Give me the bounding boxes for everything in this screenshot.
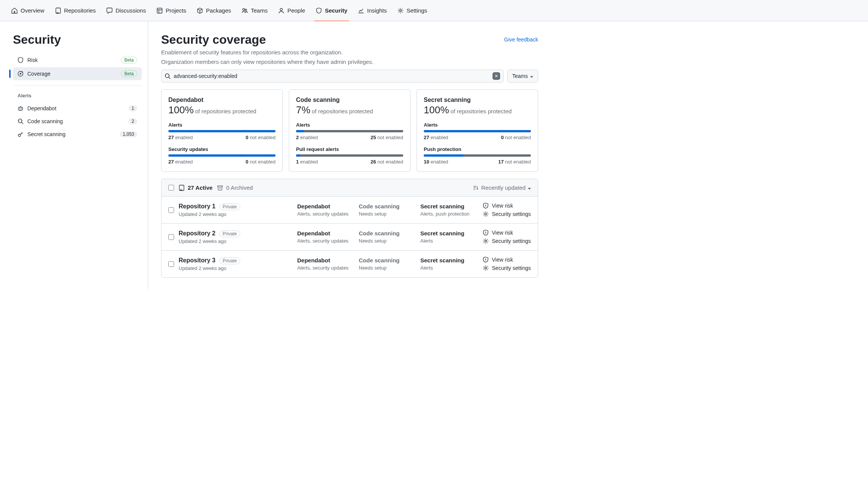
topnav-label: Teams xyxy=(251,7,268,14)
progress-bar xyxy=(424,154,531,157)
shield-icon xyxy=(316,8,322,14)
top-nav: OverviewRepositoriesDiscussionsProjectsP… xyxy=(0,0,868,21)
view-risk-link[interactable]: View risk xyxy=(483,257,531,263)
feature-sub: Alerts, push protection xyxy=(420,211,477,217)
topnav-packages[interactable]: Packages xyxy=(192,0,236,21)
col-dependabot: DependabotAlerts, security updates xyxy=(297,230,354,244)
topnav-people[interactable]: People xyxy=(274,0,310,21)
topnav-insights[interactable]: Insights xyxy=(353,0,391,21)
topnav-label: Overview xyxy=(21,7,44,14)
page-title: Security coverage xyxy=(161,33,374,47)
feature-title: Secret scanning xyxy=(420,230,477,236)
shield-alert-icon xyxy=(483,257,489,263)
topnav-discussions[interactable]: Discussions xyxy=(102,0,150,21)
col-name: Repository 1 Private Updated 2 weeks ago xyxy=(179,203,293,217)
bar-legend: 1 enabled 26 not enabled xyxy=(296,159,403,165)
clear-search-button[interactable]: ✕ xyxy=(493,72,500,80)
sidebar-item-label: Dependabot xyxy=(27,105,56,111)
col-code-scanning: Code scanningNeeds setup xyxy=(359,230,416,244)
row-actions: View risk Security settings xyxy=(483,203,531,217)
teams-filter-button[interactable]: Teams xyxy=(507,70,538,83)
progress-bar xyxy=(424,130,531,132)
count-badge: 1 xyxy=(128,105,137,111)
updated-text: Updated 2 weeks ago xyxy=(179,265,293,271)
beta-badge: Beta xyxy=(121,57,137,63)
card-percent-suffix: of repositories protected xyxy=(450,108,512,114)
card-percent: 100% xyxy=(424,104,449,116)
search-box[interactable]: ✕ xyxy=(161,70,504,83)
row-checkbox[interactable] xyxy=(168,261,174,267)
security-settings-link[interactable]: Security settings xyxy=(483,265,531,271)
topnav-security[interactable]: Security xyxy=(311,0,352,21)
col-name: Repository 3 Private Updated 2 weeks ago xyxy=(179,257,293,271)
security-settings-link[interactable]: Security settings xyxy=(483,211,531,217)
people-icon xyxy=(242,8,248,14)
topnav-label: Security xyxy=(325,7,347,14)
topnav-overview[interactable]: Overview xyxy=(7,0,49,21)
sort-label: Recently updated xyxy=(481,184,526,191)
bar-legend: 27 enabled 0 not enabled xyxy=(168,159,276,165)
sidebar-alerts-heading: Alerts xyxy=(13,91,142,102)
sort-button[interactable]: Recently updated xyxy=(473,184,531,191)
sidebar-item-risk[interactable]: RiskBeta xyxy=(13,54,142,67)
progress-bar xyxy=(168,154,276,157)
teams-filter-label: Teams xyxy=(512,73,528,79)
feature-sub: Alerts, security updates xyxy=(297,265,354,271)
row-actions: View risk Security settings xyxy=(483,257,531,271)
count-badge: 2 xyxy=(128,118,137,124)
row-checkbox[interactable] xyxy=(168,234,174,240)
topnav-projects[interactable]: Projects xyxy=(152,0,191,21)
col-secret-scanning: Secret scanningAlerts xyxy=(420,257,477,271)
sidebar-divider xyxy=(13,86,142,86)
repo-name-link[interactable]: Repository 1 xyxy=(179,203,215,210)
topnav-repositories[interactable]: Repositories xyxy=(51,0,100,21)
repository-list: 27 Active 0 Archived Recently updated Re… xyxy=(161,179,538,278)
sidebar-item-label: Coverage xyxy=(27,71,51,77)
count-badge: 1,053 xyxy=(120,131,137,137)
feature-title: Code scanning xyxy=(359,230,416,236)
active-tab[interactable]: 27 Active xyxy=(179,184,212,191)
sidebar-item-dependabot[interactable]: Dependabot1 xyxy=(13,102,142,114)
sidebar-item-coverage[interactable]: CoverageBeta xyxy=(13,67,142,80)
bar-legend: 2 enabled 25 not enabled xyxy=(296,135,403,140)
feature-title: Dependabot xyxy=(297,230,354,236)
topnav-label: Insights xyxy=(367,7,387,14)
comment-icon xyxy=(106,8,112,14)
archive-icon xyxy=(217,185,223,191)
security-settings-link[interactable]: Security settings xyxy=(483,238,531,244)
view-risk-link[interactable]: View risk xyxy=(483,230,531,236)
col-secret-scanning: Secret scanningAlerts, push protection xyxy=(420,203,477,217)
codescan-icon xyxy=(17,118,24,124)
repo-name-link[interactable]: Repository 3 xyxy=(179,257,215,264)
select-all-checkbox[interactable] xyxy=(168,185,174,190)
card-secret-scanning: Secret scanning 100% of repositories pro… xyxy=(417,89,538,172)
main-content: Security coverage Enablement of security… xyxy=(148,21,551,289)
topnav-teams[interactable]: Teams xyxy=(237,0,272,21)
topnav-label: People xyxy=(287,7,305,14)
feature-sub: Alerts, security updates xyxy=(297,211,354,217)
view-risk-link[interactable]: View risk xyxy=(483,203,531,209)
updated-text: Updated 2 weeks ago xyxy=(179,238,293,244)
feature-title: Secret scanning xyxy=(420,257,477,263)
give-feedback-link[interactable]: Give feedback xyxy=(504,37,539,43)
card-percent-suffix: of repositories protected xyxy=(195,108,256,114)
topnav-label: Packages xyxy=(206,7,231,14)
row-actions: View risk Security settings xyxy=(483,230,531,244)
repo-name-link[interactable]: Repository 2 xyxy=(179,230,215,237)
sidebar-item-code-scanning[interactable]: Code scanning2 xyxy=(13,115,142,127)
sidebar-item-secret-scanning[interactable]: Secret scanning1,053 xyxy=(13,128,142,140)
metric-label: Alerts xyxy=(424,122,531,128)
bar-legend: 27 enabled 0 not enabled xyxy=(168,135,276,140)
card-dependabot: Dependabot 100% of repositories protecte… xyxy=(161,89,283,172)
person-icon xyxy=(278,8,284,14)
repo-row: Repository 2 Private Updated 2 weeks ago… xyxy=(162,224,538,251)
project-icon xyxy=(157,8,163,14)
feature-sub: Alerts xyxy=(420,238,477,244)
updated-text: Updated 2 weeks ago xyxy=(179,211,293,217)
topnav-label: Discussions xyxy=(116,7,146,14)
archived-tab[interactable]: 0 Archived xyxy=(217,184,253,191)
row-checkbox[interactable] xyxy=(168,207,174,213)
card-percent-suffix: of repositories protected xyxy=(312,108,373,114)
topnav-settings[interactable]: Settings xyxy=(393,0,432,21)
search-input[interactable] xyxy=(174,73,489,79)
